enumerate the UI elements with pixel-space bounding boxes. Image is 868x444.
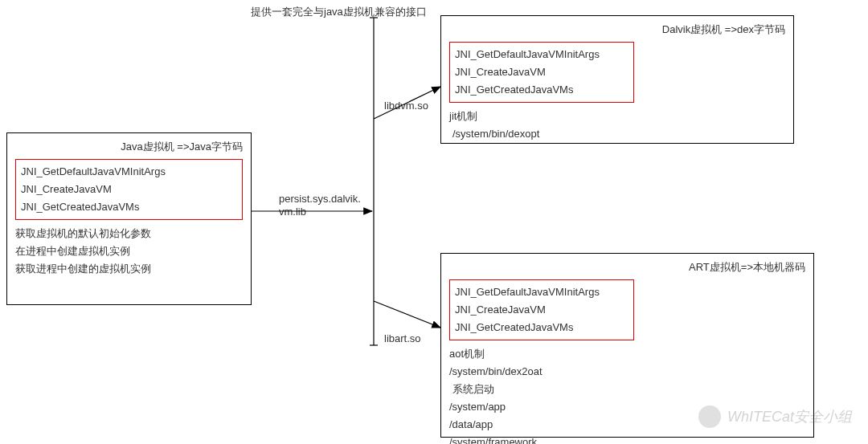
java-vm-jni-block: JNI_GetDefaultJavaVMInitArgs JNI_CreateJ… [15,159,243,220]
dalvik-extra: /system/bin/dexopt [449,125,785,143]
jni-fn: JNI_CreateJavaVM [455,63,628,81]
dalvik-vm-box: Dalvik虚拟机 =>dex字节码 JNI_GetDefaultJavaVMI… [440,15,794,144]
art-vm-box: ART虚拟机=>本地机器码 JNI_GetDefaultJavaVMInitAr… [440,253,814,438]
desc-line: 获取虚拟机的默认初始化参数 [15,225,243,242]
art-extra: aot机制 [449,345,805,363]
jni-fn: JNI_GetDefaultJavaVMInitArgs [455,46,628,63]
desc-line: 在进程中创建虚拟机实例 [15,242,243,260]
jni-fn: JNI_GetCreatedJavaVMs [455,319,628,336]
jni-fn: JNI_CreateJavaVM [455,301,628,319]
heading-interface-compat: 提供一套完全与java虚拟机兼容的接口 [251,5,427,19]
art-extra: /system/bin/dex2oat [449,363,805,381]
art-extra: 系统启动 [449,381,805,398]
desc-line: 获取进程中创建的虚拟机实例 [15,260,243,278]
jni-fn: JNI_CreateJavaVM [21,181,237,198]
dalvik-jni-block: JNI_GetDefaultJavaVMInitArgs JNI_CreateJ… [449,42,634,103]
jni-fn: JNI_GetDefaultJavaVMInitArgs [21,163,237,181]
jni-fn: JNI_GetDefaultJavaVMInitArgs [455,283,628,301]
jni-fn: JNI_GetCreatedJavaVMs [21,198,237,216]
art-vm-title: ART虚拟机=>本地机器码 [449,260,805,275]
svg-line-6 [374,301,440,328]
dalvik-extra: jit机制 [449,108,785,125]
libdvm-label: libdvm.so [384,100,428,112]
jni-fn: JNI_GetCreatedJavaVMs [455,81,628,99]
libart-label: libart.so [384,332,421,345]
java-vm-title: Java虚拟机 =>Java字节码 [15,140,243,154]
java-vm-box: Java虚拟机 =>Java字节码 JNI_GetDefaultJavaVMIn… [6,132,252,305]
persist-sys-label: persist.sys.dalvik. vm.lib [279,193,361,218]
art-extra: /data/app [449,416,805,434]
art-jni-block: JNI_GetDefaultJavaVMInitArgs JNI_CreateJ… [449,279,634,340]
dalvik-vm-title: Dalvik虚拟机 =>dex字节码 [449,22,785,37]
art-extra: /system/framework [449,434,805,444]
art-extra: /system/app [449,398,805,416]
